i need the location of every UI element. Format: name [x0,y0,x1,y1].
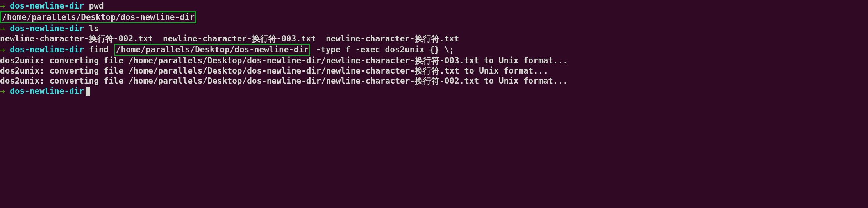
prompt-dir: dos-newline-dir [10,1,84,11]
terminal-line-2: /home/parallels/Desktop/dos-newline-dir [0,11,868,23]
command-pwd: pwd [89,1,104,11]
terminal-line-1: → dos-newline-dir pwd [0,1,868,11]
terminal-line-5: → dos-newline-dir find /home/parallels/D… [0,44,868,56]
ls-output: newline-character-换行符-002.txt newline-ch… [0,34,459,43]
cursor [86,87,90,96]
dos2unix-output-3: dos2unix: converting file /home/parallel… [0,76,568,86]
pwd-output: /home/parallels/Desktop/dos-newline-dir [2,13,195,22]
dos2unix-output-2: dos2unix: converting file /home/parallel… [0,66,548,75]
terminal-line-8: dos2unix: converting file /home/parallel… [0,76,868,86]
prompt-dir: dos-newline-dir [10,45,84,54]
command-ls: ls [89,24,99,33]
prompt-dir: dos-newline-dir [10,24,84,33]
highlight-box-pwd-output: /home/parallels/Desktop/dos-newline-dir [0,11,196,23]
dos2unix-output-1: dos2unix: converting file /home/parallel… [0,56,568,65]
terminal-line-3: → dos-newline-dir ls [0,23,868,34]
prompt-arrow: → [0,45,5,54]
command-find-a: find [89,45,109,54]
prompt-arrow: → [0,1,5,11]
terminal-line-4: newline-character-换行符-002.txt newline-ch… [0,34,868,44]
prompt-arrow: → [0,24,5,33]
prompt-arrow: → [0,86,5,96]
terminal-line-9[interactable]: → dos-newline-dir [0,86,868,96]
find-path: /home/parallels/Desktop/dos-newline-dir [116,45,309,54]
terminal-line-7: dos2unix: converting file /home/parallel… [0,66,868,76]
prompt-dir: dos-newline-dir [10,86,84,96]
terminal-window[interactable]: → dos-newline-dir pwd /home/parallels/De… [0,1,868,96]
command-find-b: -type f -exec dos2unix {} \; [316,45,454,54]
terminal-line-6: dos2unix: converting file /home/parallel… [0,56,868,66]
highlight-box-find-path: /home/parallels/Desktop/dos-newline-dir [114,44,310,56]
